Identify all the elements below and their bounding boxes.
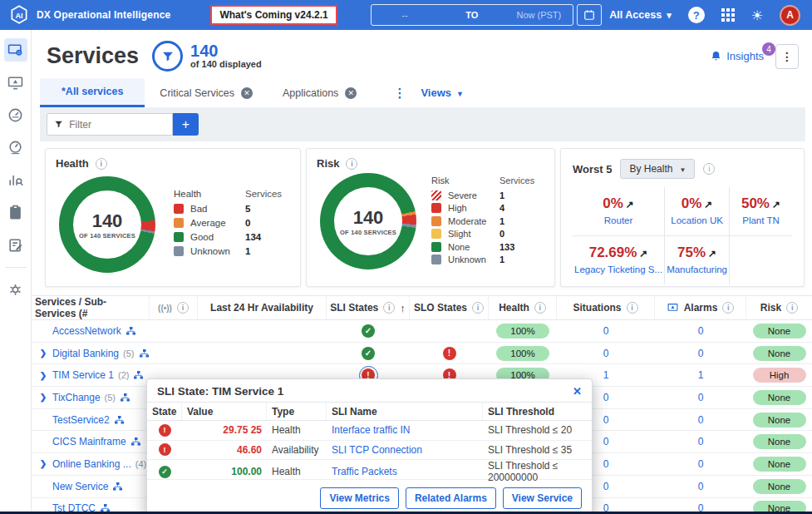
sidebar-item-notes[interactable] (4, 233, 27, 256)
situations-count[interactable]: 0 (603, 436, 609, 447)
service-link[interactable]: Digital Banking (52, 348, 119, 359)
sli-ok-icon[interactable] (362, 347, 375, 360)
theme-toggle-icon[interactable]: ☀ (751, 7, 763, 23)
sidebar-item-services[interactable] (4, 38, 27, 62)
topology-icon[interactable] (120, 393, 130, 403)
risk-pill[interactable]: None (753, 479, 806, 494)
worst5-item-link[interactable]: Router (574, 215, 662, 225)
service-link[interactable]: AccessNetwork (52, 325, 121, 337)
alarms-count[interactable]: 0 (698, 348, 704, 359)
info-icon[interactable] (722, 302, 734, 314)
popup-close-button[interactable] (573, 385, 582, 398)
alarms-count[interactable]: 0 (698, 325, 704, 337)
sidebar-item-alarms[interactable] (4, 71, 27, 94)
sidebar-item-reports[interactable] (4, 200, 27, 224)
open-link-icon[interactable] (637, 245, 647, 260)
health-donut-chart[interactable]: 140 OF 140 SERVICES (59, 176, 155, 273)
topology-icon[interactable] (133, 370, 144, 380)
risk-pill[interactable]: None (753, 324, 806, 339)
sli-name-link[interactable]: Traffic Packets (327, 466, 483, 477)
sli-name-link[interactable]: Interface traffic IN (327, 424, 483, 436)
legend-row-high[interactable]: High4 (431, 203, 534, 213)
alarms-count[interactable]: 0 (698, 436, 704, 447)
service-link[interactable]: TIM Service 1 (52, 369, 114, 381)
page-actions-menu-button[interactable] (775, 44, 799, 69)
risk-pill[interactable]: None (753, 346, 806, 361)
col-signal[interactable] (150, 296, 198, 319)
sli-ok-icon[interactable] (362, 324, 375, 338)
legend-row-unknown[interactable]: Unknown1 (174, 246, 282, 256)
topology-icon[interactable] (139, 348, 150, 358)
col-services[interactable]: Services / Sub-Services (# (32, 296, 150, 319)
expand-chevron-icon[interactable] (38, 393, 48, 402)
service-link[interactable]: New Service (52, 481, 108, 492)
info-icon[interactable] (472, 302, 484, 314)
worst5-item-link[interactable]: Plant TN (731, 215, 790, 225)
worst5-item-link[interactable]: Legacy Ticketing S... (574, 264, 662, 274)
whats-coming-button[interactable]: What's Coming v24.2.1 (210, 5, 337, 25)
col-health[interactable]: Health (489, 296, 557, 319)
info-icon[interactable] (177, 302, 189, 314)
situations-count[interactable]: 0 (603, 458, 609, 470)
alarms-count[interactable]: 0 (698, 481, 704, 492)
close-icon[interactable] (345, 87, 357, 99)
sort-ascending-icon[interactable] (400, 302, 406, 314)
info-icon[interactable] (627, 302, 638, 314)
risk-pill[interactable]: None (753, 434, 806, 449)
filter-input[interactable] (69, 119, 165, 131)
risk-pill[interactable]: None (753, 413, 806, 428)
legend-row-slight[interactable]: Slight0 (431, 229, 534, 239)
col-sli-states[interactable]: SLI States (327, 296, 410, 319)
open-link-icon[interactable] (770, 195, 780, 211)
related-alarms-button[interactable]: Related Alarms (406, 487, 496, 509)
open-link-icon[interactable] (706, 245, 716, 260)
service-link[interactable]: Online Banking ... (52, 458, 131, 470)
situations-count[interactable]: 1 (603, 369, 609, 381)
info-icon[interactable] (383, 302, 395, 314)
info-icon[interactable] (703, 163, 715, 175)
date-range-picker[interactable]: -- TO Now (PST) (371, 4, 573, 26)
sidebar-item-slo[interactable] (4, 136, 27, 159)
health-pill[interactable]: 100% (496, 346, 549, 361)
topology-icon[interactable] (130, 437, 141, 447)
info-icon[interactable] (786, 302, 798, 314)
col-slo-states[interactable]: SLO States (410, 296, 489, 319)
alarms-count[interactable]: 1 (698, 369, 704, 381)
worst5-item-link[interactable]: Location UK (667, 215, 727, 225)
worst5-metric-dropdown[interactable]: By Health (620, 159, 695, 179)
services-filter-button[interactable] (152, 41, 183, 72)
legend-row-bad[interactable]: Bad5 (174, 204, 282, 214)
add-filter-button[interactable]: + (173, 113, 199, 136)
legend-row-good[interactable]: Good134 (174, 232, 282, 242)
legend-row-moderate[interactable]: Moderate1 (431, 216, 534, 226)
topology-icon[interactable] (114, 415, 125, 425)
view-metrics-button[interactable]: View Metrics (320, 487, 398, 509)
topology-icon[interactable] (112, 482, 123, 492)
expand-chevron-icon[interactable] (38, 459, 48, 468)
insights-button[interactable]: Insights 4 (710, 50, 764, 62)
calendar-button[interactable] (577, 4, 602, 26)
open-link-icon[interactable] (701, 195, 712, 211)
tab-applications[interactable]: Applications (268, 80, 372, 106)
service-link[interactable]: CICS Mainframe (52, 436, 126, 447)
alarms-count[interactable]: 0 (698, 458, 704, 470)
open-link-icon[interactable] (623, 195, 634, 211)
worst5-item-link[interactable]: Manufacturing (667, 264, 727, 274)
alarms-count[interactable]: 0 (698, 392, 704, 403)
legend-row-unknown[interactable]: Unknown1 (431, 255, 534, 264)
app-switcher-icon[interactable] (721, 8, 735, 22)
health-pill[interactable]: 100% (496, 324, 549, 339)
slo-error-icon[interactable] (443, 347, 456, 360)
risk-pill[interactable]: None (753, 390, 806, 405)
situations-count[interactable]: 0 (603, 392, 609, 403)
info-icon[interactable] (346, 158, 357, 170)
table-row[interactable]: Digital Banking(5) 100% 0 0 None (32, 343, 812, 365)
risk-pill[interactable]: High (753, 368, 806, 383)
tab-critical-services[interactable]: Critical Services (145, 80, 268, 106)
situations-count[interactable]: 0 (603, 414, 609, 426)
date-end-value[interactable]: Now (PST) (505, 10, 573, 20)
info-icon[interactable] (534, 302, 546, 314)
sidebar-item-settings[interactable] (4, 277, 27, 300)
expand-chevron-icon[interactable] (38, 371, 48, 380)
alarms-count[interactable]: 0 (698, 414, 704, 426)
